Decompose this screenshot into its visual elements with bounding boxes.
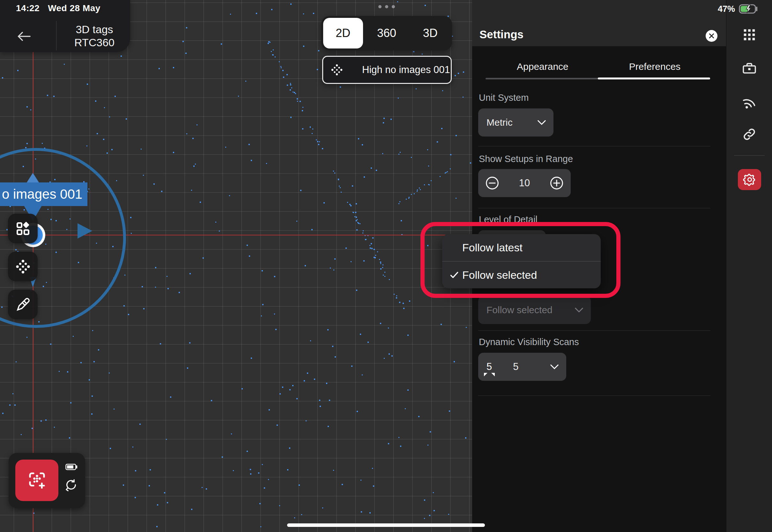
settings-panel: Settings Appearance Preferences Unit Sys… (472, 0, 726, 532)
tags-tool-button[interactable] (8, 214, 38, 243)
close-button[interactable] (706, 30, 717, 42)
show-setups-label: Show Setups in Range (479, 154, 573, 164)
close-icon (708, 33, 715, 39)
gear-icon (743, 173, 756, 186)
link-icon[interactable] (741, 126, 757, 142)
pen-icon (15, 297, 31, 313)
rss-icon[interactable] (741, 94, 757, 110)
back-arrow-icon (17, 31, 31, 42)
settings-gear-button[interactable] (738, 169, 761, 190)
tab-preferences[interactable]: Preferences (628, 61, 681, 72)
minus-button[interactable] (485, 176, 499, 190)
sidebar (726, 0, 772, 532)
chevron-down-icon (574, 307, 584, 313)
unit-system-value: Metric (486, 117, 513, 128)
status-right: 47% (718, 4, 759, 14)
divider (478, 208, 710, 208)
back-button[interactable] (13, 27, 35, 45)
tab-3d[interactable]: 3D (408, 26, 452, 40)
toolbox-icon[interactable] (741, 61, 757, 77)
status-left: 14:22Wed 28 May (16, 3, 109, 13)
app-root: o images 001 (0, 0, 772, 532)
chevron-down-icon (550, 364, 559, 370)
scan-dots-icon (15, 258, 31, 275)
dynamic-visibility-label: Dynamic Visibility Scans (479, 337, 579, 347)
capture-cluster (9, 453, 85, 508)
new-scan-icon (26, 470, 48, 491)
scan-dots-icon (330, 63, 344, 77)
nav-panel: 14:22Wed 28 May 3D tags RTC360 (0, 0, 130, 52)
nav-divider (56, 21, 56, 50)
divider (478, 330, 710, 331)
setups-range-stepper: 10 (478, 169, 571, 197)
tags-grid-icon (15, 221, 31, 237)
device-battery-icon (65, 463, 78, 471)
tab-active-indicator (598, 78, 710, 79)
annotation-highlight-box (420, 222, 620, 298)
view-switcher: 2D 360 3D (321, 16, 452, 50)
setup-label-text: o images 001 (2, 187, 82, 202)
dynamic-visibility-value: 5 (513, 361, 518, 373)
scan-count-icon: 5 (486, 361, 492, 373)
tab-appearance[interactable]: Appearance (517, 61, 568, 72)
settings-header: Settings (472, 0, 726, 46)
divider (478, 395, 710, 396)
setups-range-value: 10 (519, 177, 530, 189)
measure-pen-tool-button[interactable] (8, 290, 38, 319)
dynamic-visibility-dropdown[interactable]: 5 5 (478, 353, 566, 381)
settings-title: Settings (479, 28, 523, 41)
unit-system-dropdown[interactable]: Metric (478, 108, 553, 137)
drag-handle-dots-icon[interactable] (378, 5, 395, 8)
setup-label[interactable]: o images 001 (0, 182, 87, 206)
status-date: Wed 28 May (48, 3, 100, 13)
page-title: 3D tags RTC360 (63, 23, 126, 49)
plus-button[interactable] (550, 176, 564, 190)
battery-percent: 47% (718, 4, 735, 14)
scan-positions-tool-button[interactable] (8, 252, 38, 281)
play-direction-icon[interactable] (78, 223, 92, 239)
sidebar-divider (734, 155, 765, 156)
follow-mode-dropdown[interactable]: Follow selected (478, 296, 591, 324)
tab-360[interactable]: 360 (365, 26, 409, 40)
unit-system-label: Unit System (479, 92, 529, 103)
follow-mode-value: Follow selected (486, 305, 553, 315)
chevron-down-icon (537, 119, 546, 126)
sync-icon[interactable] (65, 478, 78, 491)
apps-grid-icon[interactable] (742, 27, 757, 42)
active-scan-label: High no images 001 (362, 64, 450, 76)
active-scan-button[interactable]: High no images 001 (322, 56, 452, 84)
battery-charging-icon (739, 4, 759, 14)
status-time: 14:22 (16, 3, 40, 13)
tab-2d[interactable]: 2D (321, 26, 365, 40)
divider (478, 146, 710, 146)
home-indicator[interactable] (287, 523, 485, 527)
new-scan-button[interactable] (15, 460, 58, 501)
